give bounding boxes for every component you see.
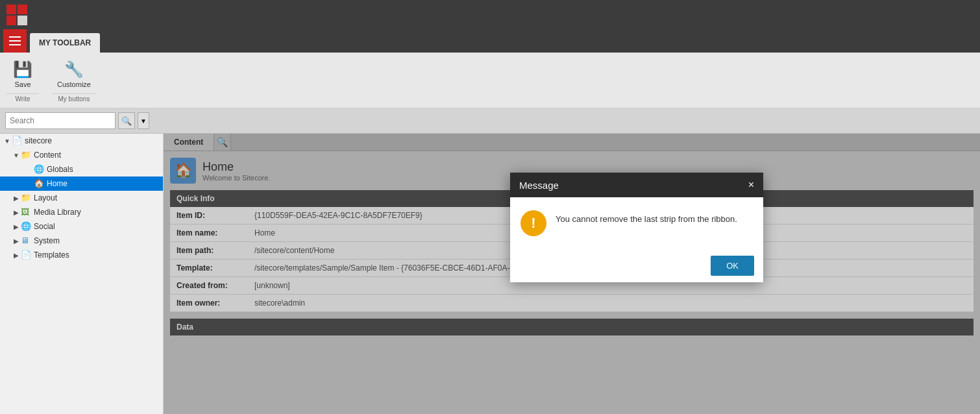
globals-node-icon: 🌐: [34, 164, 44, 175]
ribbon-tabs: MY TOOLBAR: [0, 29, 980, 53]
save-label: Save: [14, 80, 31, 88]
social-node-icon: 🌐: [21, 221, 31, 232]
sitecore-logo: [6, 5, 27, 25]
sidebar: ▼ 📄 sitecore ▼ 📁 Content ▶ 🌐 Globals ▶ 🏠…: [0, 134, 164, 414]
search-dropdown-button[interactable]: ▼: [138, 112, 149, 129]
modal-overlay: Message × ! You cannot remove the last s…: [164, 134, 980, 414]
modal-ok-button[interactable]: OK: [711, 256, 754, 276]
sidebar-item-media-library[interactable]: ▶ 🖼 Media Library: [0, 205, 163, 219]
top-bar: [0, 0, 980, 29]
sidebar-item-layout[interactable]: ▶ 📁 Layout: [0, 191, 163, 205]
tree-toggle-social[interactable]: ▶: [12, 222, 21, 231]
ribbon-tab-my-toolbar[interactable]: MY TOOLBAR: [30, 33, 100, 53]
hamburger-button[interactable]: [3, 29, 27, 53]
sidebar-item-social[interactable]: ▶ 🌐 Social: [0, 219, 163, 234]
media-library-node-icon: 🖼: [21, 207, 31, 217]
tree-toggle-templates[interactable]: ▶: [12, 250, 21, 260]
modal-footer: OK: [510, 249, 763, 282]
sidebar-item-templates[interactable]: ▶ 📄 Templates: [0, 248, 163, 262]
customize-icon: 🔧: [64, 60, 84, 79]
sidebar-item-system[interactable]: ▶ 🖥 System: [0, 234, 163, 248]
logo-cell-br: [18, 16, 27, 25]
ribbon-content: 💾 Save Write 🔧 Customize My buttons: [0, 53, 980, 108]
customize-label: Customize: [57, 80, 91, 88]
save-button[interactable]: 💾 Save: [6, 58, 39, 91]
search-button[interactable]: 🔍: [118, 112, 135, 129]
logo-cell-tl: [6, 5, 16, 14]
content-area: Content 🔍 🏠 Home Welcome to Sitecore. Qu…: [164, 134, 980, 414]
sidebar-item-sitecore[interactable]: ▼ 📄 sitecore: [0, 134, 163, 148]
search-icon: 🔍: [121, 116, 132, 126]
sidebar-item-globals[interactable]: ▶ 🌐 Globals: [0, 162, 163, 177]
sidebar-item-content[interactable]: ▼ 📁 Content: [0, 148, 163, 162]
modal-header: Message ×: [510, 173, 763, 197]
tree-toggle-system[interactable]: ▶: [12, 236, 21, 245]
modal-title: Message: [519, 180, 559, 191]
customize-button[interactable]: 🔧 Customize: [52, 58, 96, 91]
tree-toggle-media-library[interactable]: ▶: [12, 208, 21, 217]
hamburger-line: [9, 44, 21, 45]
save-icon: 💾: [13, 60, 32, 79]
tree-toggle-sitecore[interactable]: ▼: [3, 136, 12, 145]
warning-icon: !: [521, 210, 546, 236]
modal-close-button[interactable]: ×: [748, 179, 754, 191]
sitecore-node-icon: 📄: [12, 136, 22, 146]
hamburger-line: [9, 40, 21, 42]
message-dialog: Message × ! You cannot remove the last s…: [510, 173, 763, 282]
modal-body: ! You cannot remove the last strip from …: [510, 197, 763, 249]
logo-cell-bl: [6, 16, 16, 25]
home-node-icon: 🏠: [34, 178, 44, 189]
modal-message: You cannot remove the last strip from th…: [556, 210, 737, 226]
search-bar: 🔍 ▼: [0, 108, 980, 134]
write-group-label: Write: [6, 93, 39, 103]
layout-node-icon: 📁: [21, 193, 31, 203]
sidebar-item-home[interactable]: ▶ 🏠 Home: [0, 177, 163, 191]
my-buttons-group-label: My buttons: [52, 93, 96, 103]
hamburger-line: [9, 36, 21, 38]
tree-toggle-content[interactable]: ▼: [12, 151, 21, 160]
system-node-icon: 🖥: [21, 236, 31, 246]
logo-cell-tr: [18, 5, 27, 14]
ribbon-group-write: 💾 Save Write: [6, 58, 39, 103]
content-node-icon: 📁: [21, 150, 31, 160]
tree-toggle-layout[interactable]: ▶: [12, 193, 21, 202]
chevron-down-icon: ▼: [140, 117, 147, 125]
main-layout: ▼ 📄 sitecore ▼ 📁 Content ▶ 🌐 Globals ▶ 🏠…: [0, 134, 980, 414]
search-input[interactable]: [5, 112, 116, 129]
ribbon-group-my-buttons: 🔧 Customize My buttons: [52, 58, 96, 103]
templates-node-icon: 📄: [21, 250, 31, 260]
